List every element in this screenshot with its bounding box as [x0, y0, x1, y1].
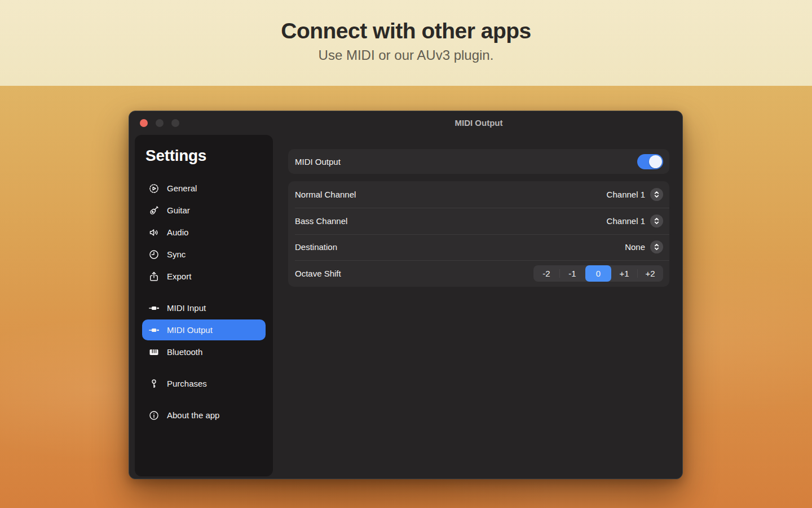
popup-value: Channel 1 [607, 190, 645, 199]
share-icon [148, 270, 160, 282]
sidebar-item-general[interactable]: General [142, 178, 266, 199]
chevron-up-down-icon [650, 214, 663, 227]
midi-output-toggle[interactable] [637, 154, 663, 169]
sidebar-item-label: Guitar [167, 205, 190, 215]
gear-icon [148, 182, 160, 194]
segment-divider [559, 269, 560, 278]
zoom-button[interactable] [171, 119, 179, 127]
window-title: MIDI Output [455, 111, 503, 135]
segment-plus-1[interactable]: +1 [611, 265, 637, 282]
midi-plug-icon [148, 324, 160, 336]
sidebar-item-label: Sync [167, 249, 186, 259]
midi-output-toggle-card: MIDI Output [288, 149, 669, 174]
sidebar-item-midi-input[interactable]: MIDI Input [142, 297, 266, 318]
piano-keys-icon [148, 346, 160, 358]
close-button[interactable] [140, 119, 148, 127]
hero-subtitle: Use MIDI or our AUv3 plugin. [0, 47, 812, 63]
octave-shift-row: Octave Shift -2 -1 0 +1 +2 [288, 260, 669, 287]
normal-channel-popup[interactable]: Channel 1 [607, 188, 663, 201]
sidebar-item-label: MIDI Input [167, 303, 206, 313]
clock-icon [148, 248, 160, 260]
normal-channel-row: Normal Channel Channel 1 [288, 181, 669, 208]
bass-channel-row: Bass Channel Channel 1 [288, 208, 669, 234]
sidebar-title: Settings [145, 147, 266, 165]
sidebar-item-sync[interactable]: Sync [142, 244, 266, 265]
popup-value: None [625, 242, 645, 252]
titlebar[interactable]: MIDI Output [129, 111, 682, 135]
segment-divider [637, 269, 638, 278]
info-icon [148, 409, 160, 421]
sidebar-item-purchases[interactable]: Purchases [142, 373, 266, 394]
row-label: Octave Shift [295, 269, 533, 278]
chevron-up-down-icon [650, 188, 663, 201]
sidebar-group-gap [142, 288, 266, 297]
segment-minus-2[interactable]: -2 [533, 265, 559, 282]
sidebar-item-label: Export [167, 271, 191, 281]
sidebar-item-label: Bluetooth [167, 347, 202, 357]
segment-plus-2[interactable]: +2 [637, 265, 663, 282]
segment-zero[interactable]: 0 [585, 265, 611, 282]
destination-popup[interactable]: None [625, 240, 663, 253]
sidebar-item-audio[interactable]: Audio [142, 222, 266, 243]
sidebar-item-export[interactable]: Export [142, 266, 266, 287]
midi-settings-group: Normal Channel Channel 1 [288, 181, 669, 287]
segment-minus-1[interactable]: -1 [559, 265, 585, 282]
sidebar-group-gap [142, 364, 266, 373]
sidebar-item-label: About the app [167, 410, 219, 420]
destination-row: Destination None [288, 234, 669, 261]
sidebar-item-label: Purchases [167, 379, 207, 388]
sidebar-item-label: Audio [167, 227, 188, 237]
chevron-up-down-icon [650, 240, 663, 253]
row-label: Bass Channel [295, 216, 607, 226]
minimize-button[interactable] [156, 119, 164, 127]
settings-window: MIDI Output Settings General [129, 111, 683, 479]
sidebar-group-gap [142, 395, 266, 405]
row-label: Normal Channel [295, 190, 607, 199]
segment-label: +2 [645, 269, 655, 278]
sidebar-item-about[interactable]: About the app [142, 405, 266, 426]
sidebar-item-label: General [167, 183, 197, 193]
hero-banner: Connect with other apps Use MIDI or our … [0, 0, 812, 86]
midi-plug-icon [148, 302, 160, 314]
page: Connect with other apps Use MIDI or our … [0, 0, 812, 508]
row-label: Destination [295, 242, 625, 252]
key-icon [148, 378, 160, 389]
speaker-icon [148, 226, 160, 238]
midi-output-toggle-row: MIDI Output [288, 149, 669, 174]
sidebar: Settings General [135, 135, 273, 476]
toggle-knob [649, 155, 662, 168]
bass-channel-popup[interactable]: Channel 1 [607, 214, 663, 227]
backdrop: MIDI Output Settings General [0, 86, 812, 508]
segment-label: -1 [568, 269, 576, 278]
sidebar-item-label: MIDI Output [167, 325, 213, 335]
sidebar-item-guitar[interactable]: Guitar [142, 200, 266, 221]
hero-title: Connect with other apps [0, 0, 812, 43]
sidebar-nav: General Guitar [142, 178, 266, 426]
sidebar-item-midi-output[interactable]: MIDI Output [142, 319, 266, 340]
row-label: MIDI Output [295, 157, 637, 167]
sidebar-item-bluetooth[interactable]: Bluetooth [142, 341, 266, 362]
guitar-icon [148, 204, 160, 216]
popup-value: Channel 1 [607, 216, 645, 226]
octave-shift-segmented-control: -2 -1 0 +1 +2 [533, 265, 663, 282]
settings-content: MIDI Output Normal Channel Channel 1 [273, 135, 682, 479]
